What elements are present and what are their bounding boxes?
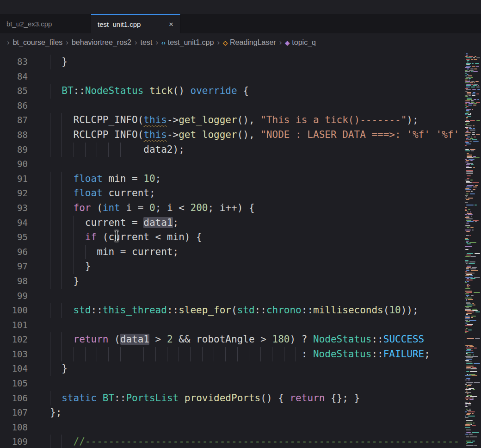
line-number[interactable]: 97 [0,259,28,274]
minimap-line [464,392,481,393]
line-number[interactable]: 93 [0,201,28,216]
code-line[interactable]: 106 static BT::PortsList providedPorts()… [0,391,464,406]
line-number[interactable]: 94 [0,216,28,230]
minimap-line [464,193,481,194]
code-line[interactable]: 109 //----------------------------------… [0,435,464,448]
close-icon[interactable]: × [169,20,173,28]
code-line[interactable]: 84 [0,69,464,84]
line-number[interactable]: 101 [0,318,28,333]
code-line[interactable]: 83 } [0,55,464,69]
tab-bt_u2_ex3.cpp[interactable]: bt_u2_ex3.cpp [0,14,91,33]
code-line[interactable]: 93 for (int i = 0; i < 200; i++) { [0,201,464,216]
tab-test_unit1.cpp[interactable]: test_unit1.cpp× [91,14,180,33]
minimap-line [464,99,481,100]
minimap-line [464,413,481,414]
code-line[interactable]: 97 } [0,259,464,274]
breadcrumb-item-ReadingLaser[interactable]: ◇ReadingLaser [223,38,276,47]
code-line[interactable]: 87 RCLCPP_INFO(this->get_logger(), "This… [0,113,464,128]
tab-bar[interactable]: bt_u2_ex3.cpptest_unit1.cpp× [0,14,481,33]
line-number[interactable]: 86 [0,99,28,113]
minimap-line [464,118,481,119]
minimap-line [464,70,481,71]
minimap-line [464,189,481,190]
line-number[interactable]: 109 [0,435,28,448]
minimap-line [464,417,481,418]
line-number[interactable]: 83 [0,55,28,69]
code-line[interactable]: 95 if (current < min) { [0,230,464,245]
breadcrumb-item-test_unit1.cpp[interactable]: ‹›test_unit1.cpp [161,38,214,47]
minimap-line [464,214,481,215]
code-line[interactable]: 105 [0,376,464,391]
code-line[interactable]: 107}; [0,405,464,420]
code-line[interactable]: 104 } [0,361,464,376]
code-line[interactable]: 94 current = data1; [0,216,464,230]
minimap-line [464,424,481,425]
line-number[interactable]: 91 [0,172,28,187]
line-number[interactable]: 95 [0,230,28,245]
code-line[interactable]: 101 [0,318,464,333]
line-number[interactable]: 96 [0,245,28,260]
breadcrumb-item-behaviortree_ros2[interactable]: behaviortree_ros2 [72,38,131,47]
code-line[interactable]: 96 min = current; [0,245,464,260]
minimap[interactable] [464,52,481,448]
minimap-line [464,185,481,186]
breadcrumb-item-bt_course_files[interactable]: bt_course_files [13,38,63,47]
chevron-right-icon: › [66,38,68,47]
minimap-line [464,95,481,96]
minimap-line [464,120,481,121]
line-number[interactable]: 92 [0,186,28,201]
minimap-line [464,263,481,264]
code-line[interactable]: 90 [0,157,464,172]
minimap-line [464,53,481,54]
code-line[interactable]: 86 [0,99,464,113]
line-number[interactable]: 88 [0,128,28,143]
minimap-line [464,218,481,219]
minimap-line [464,162,481,162]
minimap-line [464,349,481,350]
minimap-line [464,375,481,376]
breadcrumb-item-topic_q[interactable]: ◈topic_q [285,38,316,47]
minimap-line [464,443,481,444]
code-line[interactable]: 102 return (data1 > 2 && robotAngle > 18… [0,332,464,347]
minimap-line [464,432,481,433]
code-line[interactable]: 92 float current; [0,186,464,201]
minimap-line [464,195,481,196]
line-number[interactable]: 84 [0,69,28,84]
code-line[interactable]: 88 RCLCPP_INFO(this->get_logger(), "NODE… [0,128,464,143]
line-number[interactable]: 104 [0,361,28,376]
code-text: } [50,259,91,274]
code-line[interactable]: 85 BT::NodeStatus tick() override { [0,84,464,99]
code-lines[interactable]: 83 }8485 BT::NodeStatus tick() override … [0,52,464,448]
code-line[interactable]: 91 float min = 10; [0,172,464,187]
code-line[interactable]: 98 } [0,274,464,289]
line-number[interactable]: 103 [0,347,28,362]
code-line[interactable]: 99 [0,289,464,304]
code-line[interactable]: 103 : NodeStatus::FAILURE; [0,347,464,362]
line-number[interactable]: 85 [0,84,28,99]
line-number[interactable]: 89 [0,143,28,157]
line-number[interactable]: 108 [0,420,28,435]
line-number[interactable]: 107 [0,405,28,420]
line-number[interactable]: 87 [0,113,28,128]
line-number[interactable]: 106 [0,391,28,406]
line-number[interactable]: 102 [0,332,28,347]
line-number[interactable]: 98 [0,274,28,289]
minimap-line [464,166,481,167]
code-line[interactable]: 108 [0,420,464,435]
code-line[interactable]: 100 std::this_thread::sleep_for(std::chr… [0,303,464,318]
breadcrumb-label: behaviortree_ros2 [72,38,131,47]
line-number[interactable]: 99 [0,289,28,304]
minimap-line [464,330,481,330]
minimap-line [464,388,481,389]
code-text: : NodeStatus::FAILURE; [50,347,430,362]
line-number[interactable]: 105 [0,376,28,391]
code-line[interactable]: 89 data2); [0,143,464,157]
title-bar [0,0,481,14]
breadcrumb-item-test[interactable]: test [141,38,153,47]
breadcrumb-label: test_unit1.cpp [168,38,214,47]
minimap-line [464,55,481,56]
line-number[interactable]: 90 [0,157,28,172]
line-number[interactable]: 100 [0,303,28,318]
minimap-line [464,113,481,114]
tab-label: test_unit1.cpp [98,20,164,28]
